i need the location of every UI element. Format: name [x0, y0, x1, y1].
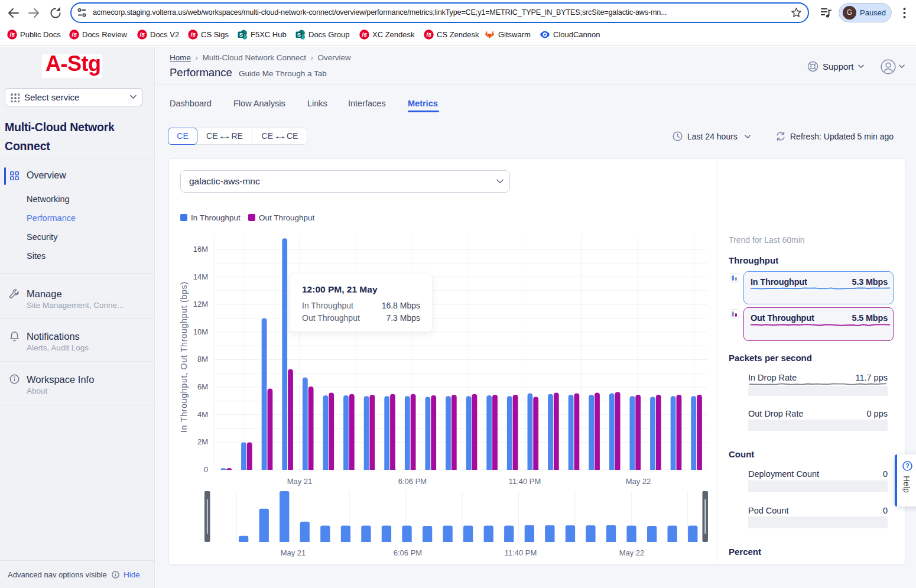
- svg-text:f5: f5: [9, 31, 15, 38]
- svg-text:f5: f5: [426, 31, 431, 38]
- svg-text:f5: f5: [139, 31, 145, 38]
- svg-text:f5: f5: [362, 31, 367, 38]
- svg-text:S: S: [239, 31, 243, 38]
- svg-text:?: ?: [905, 463, 909, 469]
- svg-text:S: S: [297, 31, 301, 38]
- svg-text:f5: f5: [190, 31, 196, 38]
- svg-text:f5: f5: [72, 31, 77, 38]
